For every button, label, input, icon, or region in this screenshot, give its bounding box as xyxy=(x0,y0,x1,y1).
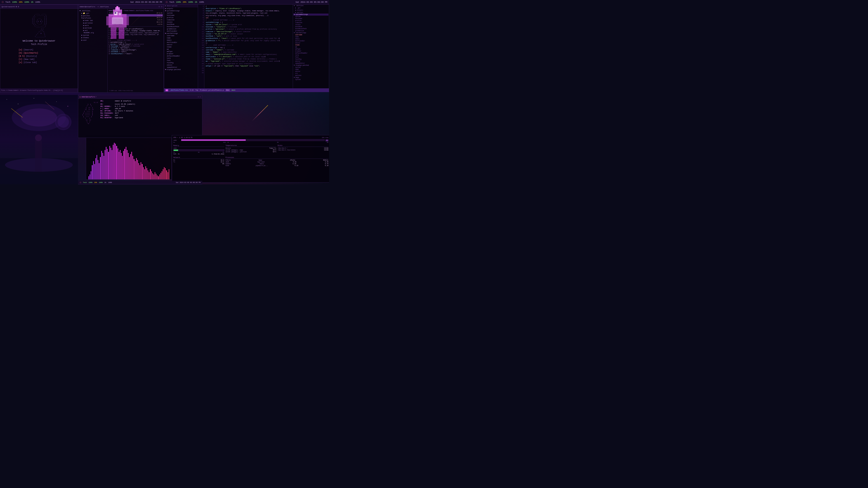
distfetch-info: WE| emmet @ snowfire OS: nixos 24.05 (ua… xyxy=(100,100,135,127)
rp-patches[interactable]: patches xyxy=(293,74,329,76)
rp-browser[interactable]: browser xyxy=(293,50,329,52)
statusbar-branch: main xyxy=(232,89,236,91)
rp-defaultroam[interactable]: defaultRoamDir xyxy=(293,52,329,54)
vis-bar-58 xyxy=(156,174,156,180)
rp-editor[interactable]: editor xyxy=(293,42,329,44)
vis-bar-52 xyxy=(149,172,149,180)
rp-name2[interactable]: name xyxy=(293,68,329,70)
app-icon: ⬡ xyxy=(2,1,4,3)
tree-theme-item[interactable]: theme xyxy=(164,46,198,48)
vis-bar-10 xyxy=(100,157,101,180)
rp-system2[interactable]: system xyxy=(293,66,329,68)
rp-hostname[interactable]: hostname xyxy=(293,18,329,20)
rp-locale[interactable]: locale xyxy=(293,24,329,26)
vis-bar-8 xyxy=(98,160,98,180)
rp-pkgs[interactable]: ▼ pkgs xyxy=(293,76,329,78)
rp-system3[interactable]: system xyxy=(293,78,329,80)
tree-term-item[interactable]: term xyxy=(164,57,198,59)
tree-username-item[interactable]: username xyxy=(164,35,198,37)
rp-fontpkg[interactable]: fontPkg xyxy=(293,58,329,60)
rp-system[interactable]: system xyxy=(293,15,329,18)
rp-bootmode[interactable]: bootMode xyxy=(293,26,329,28)
rp-usersettings[interactable]: ▼ userSettings xyxy=(293,32,329,34)
cpu-avg-label: AVG: 13 xyxy=(223,142,229,143)
svg-point-16 xyxy=(56,101,57,102)
distfetch-os: OS: nixos 24.05 (uakari) xyxy=(100,103,135,105)
app-icon-2: ⬡ xyxy=(166,1,167,3)
rp-spawnedittor[interactable]: spawnEditor xyxy=(293,62,329,64)
tree-dotfilesdir-item[interactable]: dotfilesDir xyxy=(164,30,198,32)
vis-bar-47 xyxy=(143,167,144,180)
disk-1: /dev/dm-0 / 504GB xyxy=(278,148,329,149)
vis-bar-33 xyxy=(127,150,127,180)
rp-git[interactable]: ▶ .git xyxy=(293,7,329,9)
vis-bar-34 xyxy=(128,153,129,180)
tree-bootmode-item[interactable]: bootMode xyxy=(164,23,198,26)
tree-timezone-item[interactable]: timezone xyxy=(164,19,198,21)
rp-timezone[interactable]: timezone xyxy=(293,22,329,24)
editor-right-panel: ▼ .dotfiles ▶ .git ◉ outputs ▶ patches ▼… xyxy=(293,4,329,88)
qutebrowser-menu-newtab[interactable]: [t] [New tab] xyxy=(19,58,59,61)
rp-editor2[interactable]: editor xyxy=(293,60,329,62)
tree-editor-item[interactable]: editor xyxy=(164,43,198,46)
tree-usersettings[interactable]: ▼ userSettings xyxy=(164,32,198,35)
proc-pipewire: 5150 pipewire-pu... 0.19 0.1% xyxy=(225,165,329,166)
rp-username[interactable]: username xyxy=(293,34,329,36)
qutebrowser-menu-quickmarks[interactable]: [b] [Quickmarks] xyxy=(19,52,59,54)
tree-profile-item[interactable]: profile xyxy=(164,17,198,19)
tree-wmtype-item[interactable]: wmType xyxy=(164,51,198,53)
qutebrowser-urlbar[interactable]: file:///home/emmet/.browser/Tech/config/… xyxy=(0,88,78,92)
vis-bar-23 xyxy=(115,144,116,180)
svg-point-13 xyxy=(6,99,7,100)
tree-system-item[interactable]: system xyxy=(164,12,198,14)
tree-name-item[interactable]: name xyxy=(164,37,198,39)
tree-hostname-item[interactable]: hostname xyxy=(164,14,198,17)
tree-bootmount-item[interactable]: bootMountPath xyxy=(164,26,198,28)
statusbar-file: .dotfiles/flake.nix xyxy=(170,89,188,91)
tree-systemsettings[interactable]: ▼ systemSettings xyxy=(164,10,198,12)
tree-defaultroam-item[interactable]: defaultRoamDir xyxy=(164,55,198,57)
rp-name[interactable]: name xyxy=(293,36,329,38)
rp-src[interactable]: src xyxy=(293,72,329,74)
rp-outputs[interactable]: ◉ outputs xyxy=(293,9,329,11)
bottom-status-bar-left: ⬡ Tech 100% 20% 100% 2k 108% Sat 2024-03… xyxy=(78,181,202,184)
tree-font-item[interactable]: font xyxy=(164,59,198,62)
rp-font[interactable]: font xyxy=(293,56,329,58)
rp-dotfilesdir[interactable]: dotfilesDir xyxy=(293,40,329,42)
tree-browser-item[interactable]: browser xyxy=(164,53,198,55)
rp-wm[interactable]: wm xyxy=(293,46,329,48)
tree-fontpkg-item[interactable]: fontPkg xyxy=(164,62,198,64)
status-bar-right-screen: ⬡ Tech 100% 20% 100% 2k 108% Sat 2024-03… xyxy=(164,0,329,4)
tree-email-item[interactable]: email xyxy=(164,39,198,41)
rp-systemsettings[interactable]: ▼ systemSettings xyxy=(293,13,329,15)
vis-bar-27 xyxy=(120,150,121,180)
rp-theme[interactable]: theme xyxy=(293,44,329,46)
vis-bar-64 xyxy=(163,169,163,180)
tree-spawneditor-item[interactable]: spawnEditor xyxy=(164,66,198,68)
vis-bar-6 xyxy=(95,158,96,180)
qutebrowser-menu-closetab[interactable]: [x] [Close tab] xyxy=(19,61,59,64)
rp-nixpkgs-patched[interactable]: ▼ nixpkgs-patched xyxy=(293,64,329,66)
rp-grubdevice[interactable]: grubDevice xyxy=(293,30,329,32)
tree-grubdevice-item[interactable]: grubDevice xyxy=(164,28,198,30)
qutebrowser-menu-search[interactable]: [o] [Search] xyxy=(19,49,59,51)
rp-email[interactable]: email xyxy=(293,38,329,40)
tree-locale-item[interactable]: locale xyxy=(164,21,198,23)
rp-term[interactable]: term xyxy=(293,54,329,56)
vis-bar-11 xyxy=(101,151,102,180)
qutebrowser-menu-history[interactable]: [$ h] [History] xyxy=(19,55,59,57)
tree-wm-item[interactable]: wm xyxy=(164,48,198,51)
tree-editor2-item[interactable]: editor xyxy=(164,64,198,66)
pixel-character-svg xyxy=(95,5,140,46)
tree-outputs[interactable]: ▶ outputs xyxy=(164,7,198,10)
code-content: { description = "Flake of LibrePhoenix";… xyxy=(204,4,293,88)
rp-patches[interactable]: ▶ patches xyxy=(293,11,329,13)
tree-nixpkgs[interactable]: ▼ nixpkgs-patched xyxy=(164,68,198,71)
rp-bootmountpath[interactable]: bootMountPath xyxy=(293,28,329,30)
tree-dotfilesdir2-item[interactable]: dotfilesDir xyxy=(164,41,198,43)
rp-editor3[interactable]: editor xyxy=(293,70,329,72)
rp-profile[interactable]: profile xyxy=(293,20,329,22)
status-tech-2: Tech xyxy=(169,1,174,3)
vis-bar-15 xyxy=(106,147,106,180)
rp-wmtype[interactable]: wmType xyxy=(293,48,329,50)
